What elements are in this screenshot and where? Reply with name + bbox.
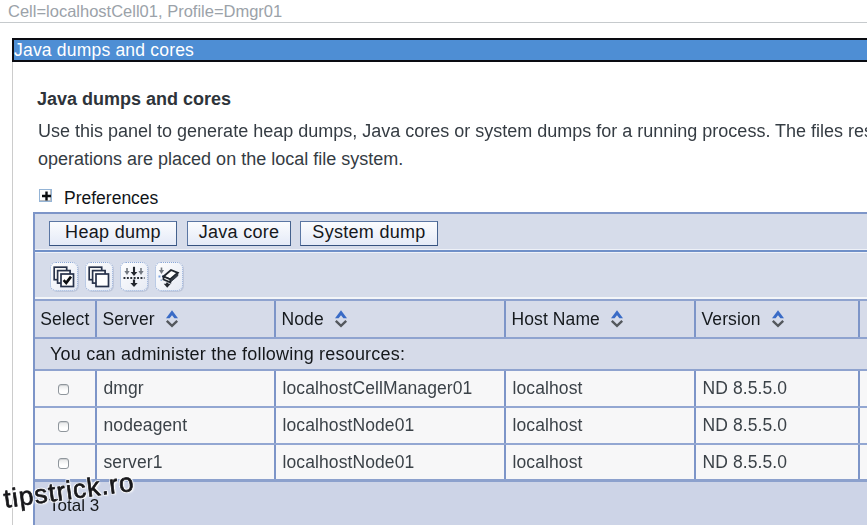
cell-version: ND 8.5.5.0 xyxy=(694,445,858,479)
table-footer-total: Total 3 xyxy=(35,479,867,525)
cell-host: localhost xyxy=(504,408,694,443)
cell-node: localhostNode01 xyxy=(274,408,504,443)
row-checkbox-cell xyxy=(35,371,95,406)
page-title: Java dumps and cores xyxy=(37,89,231,110)
row-checkbox[interactable] xyxy=(58,421,69,432)
table-header-row: Select Server Node Host Name Version xyxy=(35,299,867,337)
table-row-dmgr: dmgr localhostCellManager01 localhost ND… xyxy=(35,371,867,406)
cell-version: ND 8.5.5.0 xyxy=(694,371,858,406)
description-line-1: Use this panel to generate heap dumps, J… xyxy=(38,121,867,142)
table-row-server1: server1 localhostNode01 localhost ND 8.5… xyxy=(35,445,867,479)
cell-host: localhost xyxy=(504,371,694,406)
cell-server: dmgr xyxy=(95,371,274,406)
table-icon-toolbar xyxy=(35,252,867,297)
row-checkbox[interactable] xyxy=(58,458,69,469)
description-line-2: operations are placed on the local file … xyxy=(38,149,403,170)
table-row-nodeagent: nodeagent localhostNode01 localhost ND 8… xyxy=(35,408,867,443)
column-header-extra xyxy=(858,301,867,337)
table-button-toolbar: Heap dump Java core System dump xyxy=(35,214,867,250)
column-header-hostname[interactable]: Host Name xyxy=(504,301,694,337)
expand-plus-icon[interactable] xyxy=(39,189,52,202)
cell-server: nodeagent xyxy=(95,408,274,443)
breadcrumb: Cell=localhostCell01, Profile=Dmgr01 xyxy=(8,2,282,21)
row-checkbox[interactable] xyxy=(58,384,69,395)
system-dump-button[interactable]: System dump xyxy=(300,221,438,246)
table-caption-row: You can administer the following resourc… xyxy=(35,339,867,369)
java-core-button[interactable]: Java core xyxy=(187,221,291,246)
column-header-version[interactable]: Version xyxy=(694,301,858,337)
cell-version: ND 8.5.5.0 xyxy=(694,408,858,443)
panel-title-bar: Java dumps and cores xyxy=(12,38,867,62)
heap-dump-button[interactable]: Heap dump xyxy=(49,221,177,246)
sort-icon[interactable] xyxy=(334,310,348,329)
preferences-label: Preferences xyxy=(64,188,158,209)
cell-host: localhost xyxy=(504,445,694,479)
column-header-server[interactable]: Server xyxy=(95,301,274,337)
cell-node: localhostCellManager01 xyxy=(274,371,504,406)
select-all-icon[interactable] xyxy=(50,262,78,291)
clear-filter-icon[interactable] xyxy=(155,262,183,291)
top-divider xyxy=(0,22,867,23)
column-header-node[interactable]: Node xyxy=(274,301,504,337)
deselect-all-icon[interactable] xyxy=(85,262,113,291)
sort-icon[interactable] xyxy=(771,310,785,329)
column-header-select: Select xyxy=(35,301,95,337)
left-page-border xyxy=(12,62,13,525)
sort-icon[interactable] xyxy=(165,310,179,329)
show-filter-icon[interactable] xyxy=(120,262,148,291)
sort-icon[interactable] xyxy=(610,310,624,329)
row-checkbox-cell xyxy=(35,408,95,443)
cell-node: localhostNode01 xyxy=(274,445,504,479)
server-table: Heap dump Java core System dump Select S… xyxy=(33,212,867,525)
